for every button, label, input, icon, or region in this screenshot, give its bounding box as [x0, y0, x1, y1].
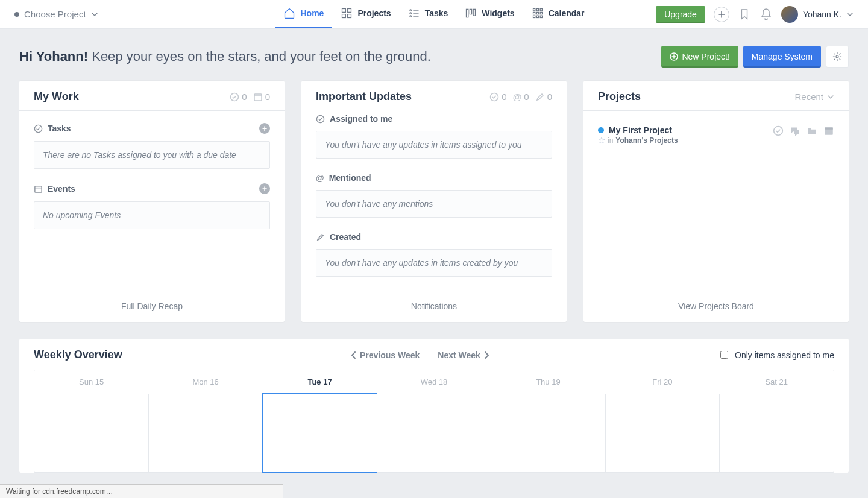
- bookmark-icon: [739, 8, 750, 20]
- nav-tasks[interactable]: Tasks: [400, 0, 457, 28]
- chevron-right-icon: [484, 351, 490, 359]
- tasks-section: Tasks +: [34, 119, 270, 137]
- notifications-link[interactable]: Notifications: [301, 293, 567, 322]
- nav-widgets-label: Widgets: [482, 8, 514, 18]
- user-menu[interactable]: Yohann K.: [781, 6, 854, 23]
- bookmark-button[interactable]: [738, 8, 751, 21]
- updates-card: Important Updates 0 @ 0 0: [301, 81, 567, 322]
- add-button[interactable]: [714, 7, 729, 22]
- svg-rect-2: [342, 14, 346, 18]
- svg-rect-13: [533, 9, 535, 11]
- svg-point-23: [836, 55, 838, 58]
- projects-filter[interactable]: Recent: [794, 92, 834, 102]
- at-icon: @: [316, 173, 324, 183]
- greeting-rest: Keep your eyes on the stars, and your fe…: [92, 49, 431, 64]
- pencil-icon: [316, 233, 325, 242]
- svg-rect-21: [540, 16, 542, 17]
- updates-assigned-count: 0: [489, 92, 506, 102]
- my-work-events-count: 0: [253, 92, 270, 102]
- greeting-bold: Hi Yohann!: [19, 49, 88, 64]
- check-circle-icon: [316, 115, 325, 124]
- upgrade-button[interactable]: Upgrade: [656, 6, 705, 23]
- day-cell[interactable]: [606, 394, 720, 472]
- day-header: Sun 15: [34, 370, 148, 394]
- svg-rect-12: [473, 9, 475, 16]
- svg-rect-0: [342, 9, 346, 13]
- view-projects-board-link[interactable]: View Projects Board: [583, 293, 849, 322]
- chevron-down-icon: [827, 93, 834, 101]
- chevron-down-icon: [91, 11, 98, 18]
- nav-widgets[interactable]: Widgets: [456, 0, 523, 28]
- plus-circle-icon: [670, 52, 678, 61]
- avatar: [781, 6, 798, 23]
- full-daily-recap-link[interactable]: Full Daily Recap: [19, 293, 285, 322]
- list-icon: [408, 7, 420, 19]
- project-name: My First Project: [609, 125, 672, 135]
- day-header: Wed 18: [377, 370, 491, 394]
- project-chooser-label: Choose Project: [24, 9, 86, 19]
- svg-rect-1: [348, 9, 351, 13]
- mentioned-label: Mentioned: [329, 173, 371, 183]
- mentioned-section: @ Mentioned: [316, 169, 552, 186]
- svg-rect-3: [348, 14, 351, 18]
- svg-rect-15: [540, 9, 542, 11]
- nav-home-label: Home: [300, 8, 324, 18]
- user-name: Yohann K.: [803, 10, 841, 19]
- day-header: Mon 16: [148, 370, 262, 394]
- projects-title: Projects: [598, 90, 641, 103]
- calendar-grid-icon: [532, 7, 544, 19]
- day-cell[interactable]: [377, 394, 492, 472]
- calendar-icon[interactable]: [823, 125, 834, 136]
- nav-home[interactable]: Home: [275, 0, 332, 28]
- project-color-dot: [598, 127, 604, 133]
- check-circle-icon: [34, 124, 43, 133]
- svg-rect-16: [533, 12, 535, 14]
- nav-calendar-label: Calendar: [549, 8, 585, 18]
- day-cell[interactable]: [34, 394, 149, 472]
- svg-rect-25: [254, 94, 262, 101]
- check-circle-icon: [230, 92, 239, 102]
- only-assigned-filter[interactable]: Only items assigned to me: [718, 349, 834, 361]
- settings-button[interactable]: [826, 46, 849, 68]
- calendar-grid: Sun 15 Mon 16 Tue 17 Wed 18 Thu 19 Fri 2…: [34, 370, 834, 473]
- calendar-icon: [34, 184, 43, 194]
- project-in: in: [608, 136, 613, 145]
- svg-rect-17: [536, 12, 538, 14]
- assigned-section: Assigned to me: [316, 110, 552, 127]
- discuss-icon[interactable]: [790, 125, 800, 136]
- assigned-label: Assigned to me: [330, 114, 392, 124]
- svg-rect-28: [35, 186, 42, 192]
- nav-projects-label: Projects: [357, 8, 391, 18]
- project-chooser[interactable]: Choose Project: [14, 9, 98, 19]
- folder-icon[interactable]: [807, 125, 817, 136]
- day-cell[interactable]: [149, 394, 263, 472]
- next-week-button[interactable]: Next Week: [438, 350, 490, 360]
- previous-week-button[interactable]: Previous Week: [350, 350, 420, 360]
- day-cell[interactable]: [720, 394, 834, 472]
- bell-icon: [760, 8, 772, 21]
- add-event-button[interactable]: +: [259, 183, 270, 194]
- add-task-button[interactable]: +: [259, 123, 270, 134]
- updates-created-count: 0: [535, 92, 552, 102]
- nav-tasks-label: Tasks: [425, 8, 448, 18]
- updates-title: Important Updates: [316, 90, 412, 103]
- day-cell[interactable]: [491, 394, 606, 472]
- manage-system-button[interactable]: Manage System: [743, 46, 821, 68]
- new-project-button[interactable]: New Project!: [661, 46, 738, 68]
- chevron-left-icon: [350, 351, 356, 359]
- page-header: Hi Yohann! Keep your eyes on the stars, …: [19, 46, 849, 68]
- gear-icon: [832, 52, 842, 61]
- notifications-button[interactable]: [760, 8, 773, 21]
- nav-projects[interactable]: Projects: [332, 0, 399, 28]
- svg-rect-10: [467, 9, 468, 17]
- chevron-down-icon: [846, 11, 854, 18]
- day-cell-today[interactable]: [262, 393, 377, 473]
- project-dot-icon: [14, 12, 19, 17]
- project-item[interactable]: My First Project in Yohann's Projects: [598, 119, 834, 151]
- created-section: Created: [316, 229, 552, 245]
- only-assigned-checkbox[interactable]: [720, 351, 728, 359]
- created-empty: You don't have any updates in items crea…: [316, 249, 552, 277]
- check-circle-icon[interactable]: [773, 125, 784, 136]
- assigned-empty: You don't have any updates in items assi…: [316, 131, 552, 159]
- nav-calendar[interactable]: Calendar: [523, 0, 593, 28]
